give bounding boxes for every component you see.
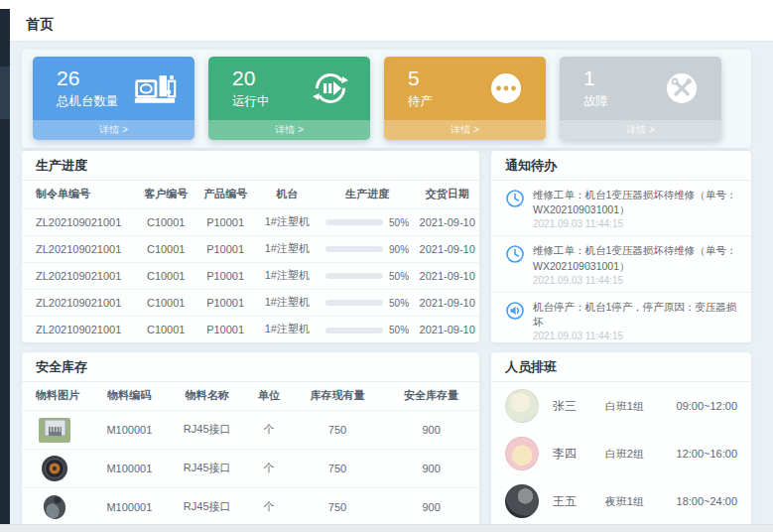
stat-label: 待产 [408,93,433,110]
delivery-date-cell: 2021-09-10 [415,262,479,289]
material-image-cell [22,449,90,487]
stat-card-texts: 20 运行中 [232,66,270,109]
customer-number-cell: C10001 [136,235,195,262]
stat-label: 总机台数量 [57,93,119,110]
product-number-cell: P10001 [195,208,255,235]
stat-card[interactable]: 5 待产 [384,57,546,140]
card-detail-link[interactable]: 详情 > [208,120,370,140]
production-panel-title: 生产进度 [22,151,479,181]
product-number-cell: P10001 [195,262,255,289]
avatar [505,484,539,518]
stat-label: 故障 [583,93,608,110]
production-column-header: 制令单编号 [22,181,136,208]
progress-cell: 50% [320,208,416,235]
cone-speaker-image [36,492,73,522]
avatar [505,389,539,423]
progress-percent: 90% [389,244,409,255]
sidebar-active-item[interactable] [0,66,10,119]
notification-item[interactable]: 机台停产：机台1停产，停产原因：变压器损坏 2021.09.03 11:44:1… [491,293,751,342]
machine-cell: 1#注塑机 [255,262,320,289]
machine-cell: 1#注塑机 [255,316,320,342]
card-detail-link[interactable]: 详情 > [384,120,546,140]
stat-card[interactable]: 20 运行中 [208,57,370,140]
stat-card-main: 1 故障 [560,57,721,120]
inventory-column-header: 安全库存量 [383,382,479,410]
card-detail-link[interactable]: 详情 > [33,120,194,140]
notification-text: 维修工单：机台1变压器损坏待维修（单号：WX202109031001） [533,243,739,273]
notification-body: 维修工单：机台1变压器损坏待维修（单号：WX202109031001） 2021… [533,188,739,229]
inventory-panel-title: 安全库存 [22,352,479,382]
collapsed-sidebar[interactable] [0,9,10,524]
shift-time: 12:00~16:00 [677,448,737,460]
customer-number-cell: C10001 [136,208,195,235]
machine-cell: 1#注塑机 [255,289,320,316]
shift-time: 09:00~12:00 [677,400,737,412]
production-row: ZL202109021001 C10001 P10001 1#注塑机 50% [22,316,479,342]
production-column-header: 机台 [255,181,320,208]
clock-icon [505,189,525,208]
schedule-row: 张三 白班1组 09:00~12:00 [491,382,751,430]
stat-value: 1 [583,66,608,90]
stat-card-main: 26 总机台数量 [33,57,194,120]
production-table: 制令单编号 客户编号 产品编号 机台 生产进度 交货日期 [22,181,479,342]
notification-text: 机台停产：机台1停产，停产原因：变压器损坏 [533,300,739,330]
notification-time: 2021.09.03 11:44:15 [533,218,739,229]
notification-item[interactable]: 维修工单：机台1变压器损坏待维修（单号：WX202109031001） 2021… [491,181,751,236]
stat-value: 20 [232,66,270,90]
current-stock-cell: 750 [292,449,383,487]
speaker-icon [505,301,525,321]
progress-track [325,246,383,252]
stat-card[interactable]: 26 总机台数量 [33,57,194,140]
unit-cell: 个 [246,410,292,449]
machine-icon [133,68,177,108]
shift-label: 白班1组 [605,399,677,414]
stat-card[interactable]: 1 故障 [560,57,721,140]
page-title-tab[interactable]: 首页 [26,16,54,34]
notifications-panel: 通知待办 维修工单：机台1变压器损坏待维修（单号 [491,151,751,342]
notification-body: 机台停产：机台1停产，停产原因：变压器损坏 2021.09.03 11:44:1… [533,300,739,341]
dashboard-screen: 首页 26 总机台数量 [0,0,773,532]
window-top-strip [0,0,773,9]
production-column-header: 产品编号 [195,181,255,208]
unit-cell: 个 [246,487,292,526]
inventory-column-header: 库存现有量 [292,382,383,410]
notification-body: 维修工单：机台1变压器损坏待维修（单号：WX202109031001） 2021… [533,243,739,285]
order-number-cell: ZL202109021001 [22,208,136,235]
customer-number-cell: C10001 [136,289,195,316]
notification-time: 2021.09.03 11:44:15 [533,275,739,286]
progress-cell: 90% [320,235,416,262]
progress-track [325,328,383,333]
stat-value: 26 [57,66,119,90]
progress-percent: 50% [389,325,409,335]
progress-track [325,273,383,279]
rj45-connector-image [36,415,73,445]
person-name: 张三 [553,398,605,415]
progress-percent: 50% [389,271,409,282]
inventory-column-header: 物料编码 [90,382,168,410]
notification-item[interactable]: 维修工单：机台1变压器损坏待维修（单号：WX202109031001） 2021… [491,236,751,292]
production-column-header: 客户编号 [136,181,195,208]
stat-cards-panel: 26 总机台数量 [22,50,751,148]
inventory-table: 物料图片 物料编码 物料名称 单位 库存现有量 安全库存量 [22,382,479,526]
current-stock-cell: 750 [292,487,383,526]
progress-track [325,219,383,225]
production-row: ZL202109021001 C10001 P10001 1#注塑机 50% [22,262,479,289]
material-image-cell [22,487,90,526]
horizontal-scrollbar[interactable] [0,524,773,532]
notification-text: 维修工单：机台1变压器损坏待维修（单号：WX202109031001） [533,188,739,217]
production-row: ZL202109021001 C10001 P10001 1#注塑机 90% [22,235,479,262]
customer-number-cell: C10001 [136,316,195,342]
ellipsis-icon [484,68,528,108]
stat-value: 5 [408,66,433,90]
product-number-cell: P10001 [195,235,255,262]
delivery-date-cell: 2021-09-10 [415,289,479,316]
inventory-row: M100001 RJ45接口 个 750 900 [22,410,479,449]
delivery-date-cell: 2021-09-10 [415,235,479,262]
production-progress-panel: 生产进度 制令单编号 客户编号 产品编号 机台 生产进度 [22,151,479,342]
card-detail-link[interactable]: 详情 > [560,120,721,140]
safety-stock-cell: 900 [383,487,479,526]
machine-cell: 1#注塑机 [255,235,320,262]
production-row: ZL202109021001 C10001 P10001 1#注塑机 50% [22,208,479,235]
delivery-date-cell: 2021-09-10 [415,208,479,235]
machine-cell: 1#注塑机 [255,208,320,235]
